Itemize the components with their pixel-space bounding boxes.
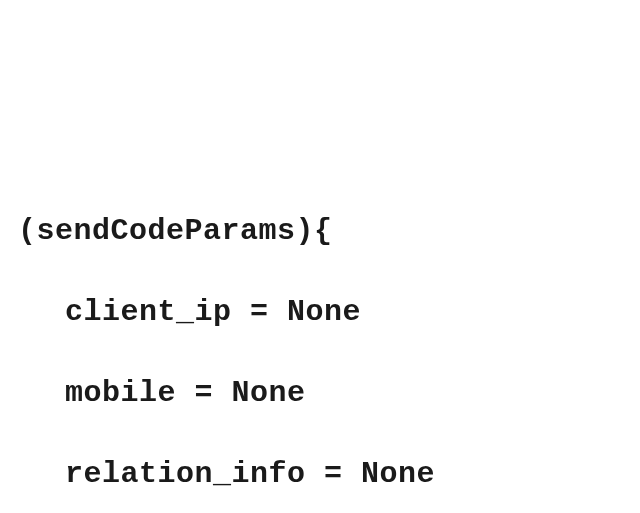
code-line: relation_info = None	[18, 454, 628, 495]
code-line: mobile = None	[18, 373, 628, 414]
code-block: (sendCodeParams){ client_ip = None mobil…	[18, 170, 628, 513]
code-line: client_ip = None	[18, 292, 628, 333]
code-line: (sendCodeParams){	[18, 211, 628, 252]
